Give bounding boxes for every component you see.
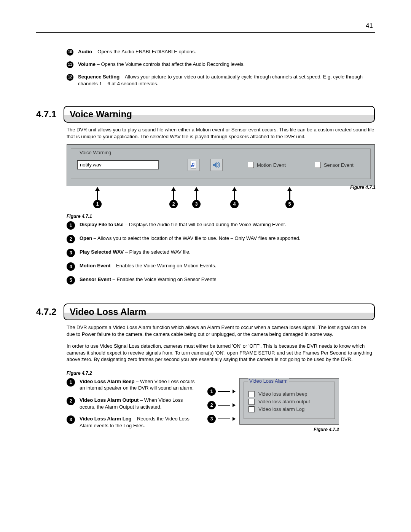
figure-caption: Figure 4.7.1 (67, 214, 375, 219)
figure-callout-number: 1 (93, 200, 102, 208)
callout-text: – Allows your picture to your video out … (78, 74, 363, 86)
callout-row: 10 Audio – Opens the Audio ENABLE/DISABL… (67, 48, 375, 56)
figure-legend: 1Display File to Use – Displays the Audi… (67, 221, 375, 284)
top-rule (36, 32, 375, 33)
figure-callout-number: 3 (192, 200, 201, 208)
legend-number: 4 (67, 262, 75, 271)
checkbox-label: Video loss alarm output (258, 399, 310, 404)
legend-text: – Enables the Voice Warning on Sensor Ev… (111, 276, 216, 282)
section-body: The DVR unit allows you to play a sound … (67, 126, 375, 140)
section-title: Video Loss Alarm (64, 304, 375, 320)
checkbox-icon (249, 399, 255, 405)
video-loss-log-checkbox[interactable]: Video loss alarm Log (249, 406, 330, 412)
legend-term: Video Loss Alarm Beep (80, 379, 135, 384)
checkbox-label: Sensor Event (324, 162, 354, 168)
section-number: 4.7.1 (36, 109, 64, 120)
legend-term: Play Selected WAV (80, 249, 124, 255)
figure-caption: Figure 4.7.1 (350, 185, 376, 190)
motion-event-checkbox[interactable]: Motion Event (248, 162, 286, 168)
section-header: 4.7.1 Voice Warning (36, 106, 375, 123)
figure-callout-column: 1 2 3 (207, 378, 236, 423)
legend-term: Display File to Use (80, 222, 124, 227)
legend-text: – Enables the Voice Warning on Motion Ev… (111, 263, 217, 268)
legend-number: 2 (67, 235, 75, 243)
legend-term: Sensor Event (80, 276, 111, 282)
checkbox-icon (248, 162, 254, 168)
svg-rect-0 (191, 161, 196, 169)
figure-legend: 1Video Loss Alarm Beep – When Video Loss… (67, 378, 196, 434)
checkbox-icon (249, 406, 255, 412)
figure-caption: Figure 4.7.2 (239, 427, 339, 432)
figure-caption: Figure 4.7.2 (67, 371, 375, 376)
legend-text: – Plays the selected WAV file. (124, 249, 191, 255)
checkbox-label: Motion Event (257, 162, 286, 168)
legend-text: – Allows you to select the location of t… (92, 235, 300, 241)
checkbox-label: Video loss alarm Log (258, 406, 304, 412)
callout-term: Audio (78, 49, 92, 54)
checkbox-icon (249, 391, 255, 397)
checkbox-label: Video loss alarm beep (258, 391, 307, 397)
callout-text: – Opens the Volume controls that affect … (96, 61, 245, 67)
page-number: 41 (366, 22, 373, 30)
section-header: 4.7.2 Video Loss Alarm (36, 304, 375, 320)
figure-callout-number: 3 (207, 415, 216, 423)
video-loss-output-checkbox[interactable]: Video loss alarm output (249, 399, 330, 405)
legend-term: Open (80, 235, 92, 241)
sensor-event-checkbox[interactable]: Sensor Event (315, 162, 354, 168)
video-loss-alarm-figure: Video Loss Alarm Video loss alarm beep V… (239, 378, 339, 425)
callout-term: Sequence Setting (78, 74, 119, 80)
figure-callout-number: 2 (169, 200, 178, 208)
callout-text: – Opens the Audio ENABLE/DISABLE options… (92, 49, 196, 54)
callout-number: 12 (67, 74, 73, 81)
groupbox-legend: Voice Warning (78, 150, 113, 155)
legend-number: 1 (67, 221, 75, 230)
callout-row: 11 Volume – Opens the Volume controls th… (67, 61, 375, 68)
figure-callout-number: 2 (207, 401, 216, 409)
checkbox-icon (315, 162, 321, 168)
section-body: The DVR supports a Video Loss Alarm func… (67, 324, 375, 337)
figure-callout-row: Figure 4.7.1 1 2 3 4 5 (67, 187, 375, 208)
play-wav-button[interactable] (210, 159, 223, 171)
legend-term: Video Loss Alarm Log (80, 416, 132, 422)
legend-number: 3 (67, 249, 75, 257)
section-body: In order to use Video Signal Loss detect… (67, 343, 375, 363)
groupbox-legend: Video Loss Alarm (248, 378, 289, 384)
legend-term: Motion Event (80, 263, 111, 268)
figure-callout-number: 1 (207, 387, 216, 396)
top-callouts: 10 Audio – Opens the Audio ENABLE/DISABL… (67, 48, 375, 87)
callout-row: 12 Sequence Setting – Allows your pictur… (67, 73, 375, 87)
section-number: 4.7.2 (36, 307, 64, 317)
video-loss-beep-checkbox[interactable]: Video loss alarm beep (249, 391, 330, 397)
callout-number: 11 (67, 61, 73, 68)
legend-number: 1 (67, 378, 75, 387)
legend-number: 3 (67, 415, 75, 424)
figure-callout-number: 5 (285, 200, 294, 208)
callout-term: Volume (78, 61, 96, 67)
section-title: Voice Warning (64, 106, 375, 123)
figure-callout-number: 4 (230, 200, 239, 208)
speaker-icon (212, 160, 221, 169)
legend-term: Video Loss Alarm Output (80, 397, 139, 403)
music-note-icon (190, 160, 197, 169)
legend-number: 2 (67, 397, 75, 405)
callout-number: 10 (67, 49, 73, 56)
legend-text: – Displays the Audio file that will be u… (124, 222, 286, 227)
wav-filename-field[interactable]: notify.wav (77, 160, 159, 169)
legend-number: 5 (67, 276, 75, 284)
voice-warning-figure: Voice Warning notify.wav (67, 144, 375, 186)
open-file-button[interactable] (188, 159, 200, 171)
